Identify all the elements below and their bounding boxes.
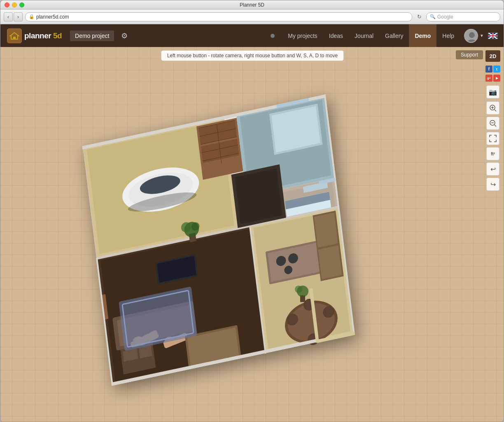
- top-nav: planner 5d Demo project ⚙ My projects Id…: [0, 24, 504, 47]
- search-icon: 🔍: [430, 14, 436, 19]
- main-canvas: Support Left mouse button - rotate camer…: [0, 47, 504, 422]
- floor-plan[interactable]: [68, 93, 397, 394]
- nav-demo[interactable]: Demo: [409, 24, 436, 47]
- camera-tooltip: Left mouse button - rotate camera, right…: [161, 50, 344, 61]
- svg-rect-86: [314, 212, 338, 247]
- uk-flag-icon: [488, 33, 497, 39]
- settings-button[interactable]: ⚙: [118, 30, 131, 42]
- undo-button[interactable]: ↩: [486, 162, 499, 176]
- facebook-button[interactable]: f: [485, 66, 492, 73]
- back-button[interactable]: ‹: [4, 12, 13, 21]
- zoom-in-icon: [489, 104, 497, 112]
- back-forward-buttons: ‹ ›: [4, 12, 23, 21]
- svg-rect-87: [318, 245, 342, 279]
- nav-gallery[interactable]: Gallery: [379, 24, 409, 47]
- close-button[interactable]: [5, 2, 9, 7]
- floor-plan-svg: [68, 93, 397, 394]
- status-dot: [271, 34, 275, 38]
- mode-2d-button[interactable]: 2D: [485, 50, 500, 62]
- ssl-icon: 🔒: [29, 14, 35, 19]
- project-name[interactable]: Demo project: [70, 30, 114, 41]
- svg-point-3: [469, 32, 475, 38]
- user-avatar[interactable]: [464, 29, 478, 43]
- language-flag[interactable]: [488, 33, 498, 39]
- maximize-button[interactable]: [19, 2, 24, 7]
- measure-button[interactable]: ft²: [486, 147, 499, 160]
- svg-point-117: [295, 285, 302, 293]
- logo-text: planner 5d: [24, 31, 62, 40]
- support-button[interactable]: Support: [456, 50, 483, 59]
- house-icon: [9, 32, 19, 40]
- logo[interactable]: planner 5d: [7, 28, 62, 43]
- zoom-out-button[interactable]: [486, 117, 499, 130]
- zoom-out-icon: [489, 120, 497, 127]
- avatar-image: [465, 30, 478, 43]
- google-share-button[interactable]: ▶: [493, 75, 500, 82]
- svg-line-15: [495, 110, 496, 111]
- google-plus-button[interactable]: g+: [485, 75, 492, 82]
- address-text: planner5d.com: [36, 14, 69, 20]
- social-row: f t: [485, 66, 500, 73]
- browser-window: Planner 5D ‹ › 🔒 planner5d.com ↻ 🔍 Googl…: [0, 0, 504, 422]
- title-bar: Planner 5D: [0, 0, 504, 9]
- screenshot-button[interactable]: 📷: [486, 85, 499, 98]
- address-bar[interactable]: 🔒 planner5d.com: [25, 12, 412, 21]
- svg-line-18: [495, 125, 496, 127]
- svg-rect-1: [13, 37, 16, 39]
- nav-journal[interactable]: Journal: [349, 24, 379, 47]
- search-placeholder: Google: [437, 14, 453, 20]
- logo-icon: [7, 28, 22, 43]
- browser-nav-bar: ‹ › 🔒 planner5d.com ↻ 🔍 Google: [0, 9, 504, 24]
- right-toolbar: 2D f t g+ ▶ 📷: [485, 50, 500, 191]
- forward-button[interactable]: ›: [14, 12, 23, 21]
- svg-rect-104: [235, 168, 282, 224]
- redo-button[interactable]: ↪: [486, 178, 499, 191]
- window-title: Planner 5D: [240, 2, 264, 8]
- fullscreen-icon: [489, 135, 497, 142]
- fullscreen-button[interactable]: [486, 132, 499, 145]
- zoom-in-button[interactable]: [486, 101, 499, 115]
- search-bar[interactable]: 🔍 Google: [426, 12, 500, 21]
- traffic-lights: [5, 2, 24, 7]
- nav-ideas[interactable]: Ideas: [323, 24, 349, 47]
- dropdown-arrow-icon: ▼: [480, 33, 484, 38]
- app-container: planner 5d Demo project ⚙ My projects Id…: [0, 24, 504, 422]
- refresh-button[interactable]: ↻: [415, 12, 424, 21]
- twitter-button[interactable]: t: [493, 66, 500, 73]
- google-plus-row: g+ ▶: [485, 75, 500, 82]
- nav-help[interactable]: Help: [436, 24, 460, 47]
- minimize-button[interactable]: [12, 2, 17, 7]
- nav-my-projects[interactable]: My projects: [282, 24, 323, 47]
